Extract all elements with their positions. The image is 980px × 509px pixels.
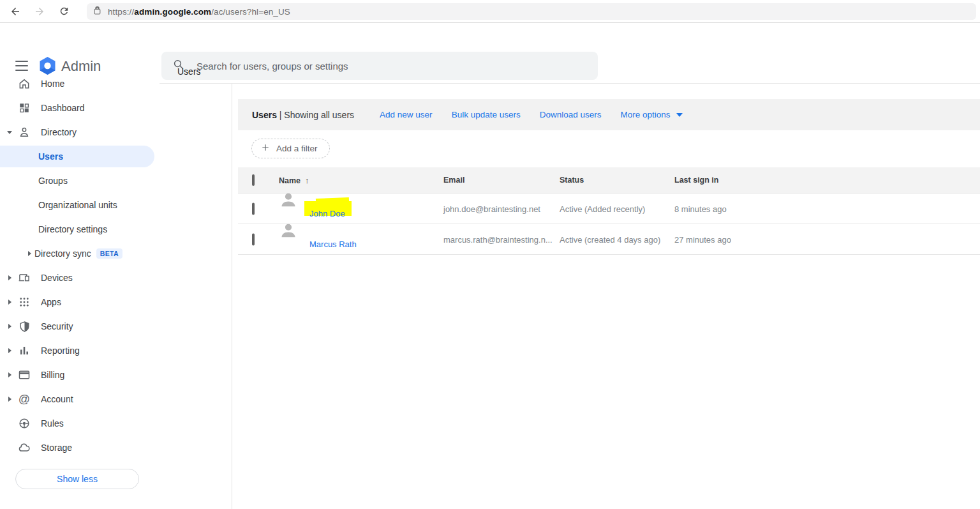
sidebar-item-storage[interactable]: Storage xyxy=(0,436,154,460)
search-bar[interactable]: Search for users, groups or settings xyxy=(161,52,598,80)
home-icon xyxy=(17,77,32,90)
user-name-link[interactable]: John Doe xyxy=(309,209,345,218)
browser-address-bar[interactable]: https://admin.google.com/ac/users?hl=en_… xyxy=(87,3,976,20)
user-name-link[interactable]: Marcus Rath xyxy=(309,239,357,249)
steering-wheel-icon xyxy=(17,417,32,430)
user-last-sign-in: 27 minutes ago xyxy=(674,234,731,244)
user-last-sign-in: 8 minutes ago xyxy=(674,204,727,213)
add-filter-button[interactable]: Add a filter xyxy=(251,139,330,158)
beta-badge: BETA xyxy=(96,248,122,259)
sidebar-item-label: Apps xyxy=(41,297,61,307)
sidebar-item-devices[interactable]: Devices xyxy=(0,266,154,290)
add-new-user-button[interactable]: Add new user xyxy=(380,110,433,119)
cloud-icon xyxy=(17,441,32,454)
sidebar-item-label: Account xyxy=(41,394,73,404)
sidebar-item-label: Dashboard xyxy=(41,103,85,113)
sidebar-item-users[interactable]: Users xyxy=(0,146,154,167)
sidebar-item-label: Storage xyxy=(41,443,72,453)
sidebar-item-groups[interactable]: Groups xyxy=(0,169,154,193)
sidebar-item-dashboard[interactable]: Dashboard xyxy=(0,96,154,120)
bulk-update-users-button[interactable]: Bulk update users xyxy=(452,110,521,119)
sidebar-item-label: Directory xyxy=(41,127,77,137)
chevron-right-icon xyxy=(8,300,11,305)
search-placeholder: Search for users, groups or settings xyxy=(197,61,348,72)
apps-grid-icon xyxy=(17,296,32,308)
plus-icon xyxy=(261,143,270,154)
browser-toolbar: https://admin.google.com/ac/users?hl=en_… xyxy=(0,0,980,23)
content-divider xyxy=(232,84,232,509)
select-all-checkbox[interactable] xyxy=(252,174,255,186)
table-row-john-doe[interactable]: John Doe john.doe@braintesting.net Activ… xyxy=(238,194,980,224)
more-options-label: More options xyxy=(621,110,671,119)
browser-refresh-button[interactable] xyxy=(55,3,73,20)
column-header-name[interactable]: Name ↑ xyxy=(279,176,309,185)
header-divider xyxy=(160,83,980,84)
add-filter-label: Add a filter xyxy=(276,144,318,153)
sidebar-item-label: Users xyxy=(38,151,63,162)
sidebar-nav: Home Dashboard Directory Users Groups Or… xyxy=(0,72,154,460)
browser-back-button[interactable] xyxy=(6,3,24,20)
user-email: john.doe@braintesting.net xyxy=(443,204,540,213)
users-toolbar: Users | Showing all users Add new user B… xyxy=(238,99,980,130)
chevron-right-icon xyxy=(8,348,11,353)
users-table-header: Name ↑ Email Status Last sign in xyxy=(238,167,980,194)
sidebar-item-label: Billing xyxy=(41,370,64,380)
user-status: Active (created 4 days ago) xyxy=(560,234,660,244)
sidebar-item-label: Organizational units xyxy=(38,200,117,210)
toolbar-title: Users | Showing all users xyxy=(252,110,354,120)
sidebar-item-label: Reporting xyxy=(41,346,80,356)
sidebar-item-organizational-units[interactable]: Organizational units xyxy=(0,193,154,217)
chevron-right-icon xyxy=(28,251,31,256)
main-menu-icon[interactable] xyxy=(15,61,28,71)
sidebar-item-label: Groups xyxy=(38,176,68,186)
more-options-button[interactable]: More options xyxy=(621,110,683,119)
show-less-button[interactable]: Show less xyxy=(15,469,139,489)
dropdown-caret-icon xyxy=(676,113,683,117)
browser-forward-button[interactable] xyxy=(31,3,48,20)
sidebar-item-label: Devices xyxy=(41,273,73,283)
row-checkbox[interactable] xyxy=(252,233,255,245)
chevron-right-icon xyxy=(8,275,11,280)
sidebar-item-account[interactable]: @ Account xyxy=(0,387,154,411)
credit-card-icon xyxy=(17,368,32,381)
dashboard-icon xyxy=(17,102,32,114)
bar-chart-icon xyxy=(17,345,32,356)
admin-console-page: https://admin.google.com/ac/users?hl=en_… xyxy=(0,0,980,509)
user-status: Active (Added recently) xyxy=(560,204,645,213)
chevron-down-icon xyxy=(7,131,12,134)
user-email: marcus.rath@braintesting.n... xyxy=(443,234,553,244)
chevron-right-icon xyxy=(8,372,11,377)
sidebar-item-label: Directory settings xyxy=(38,224,107,234)
url-text: https://admin.google.com/ac/users?hl=en_… xyxy=(108,7,290,17)
download-users-button[interactable]: Download users xyxy=(540,110,602,119)
sidebar-item-label: Security xyxy=(41,321,73,331)
sidebar-item-label: Directory sync xyxy=(34,248,91,259)
sidebar-item-label: Home xyxy=(41,79,64,89)
shield-icon xyxy=(17,321,32,333)
sidebar-item-directory-settings[interactable]: Directory settings xyxy=(0,217,154,241)
table-row-marcus-rath[interactable]: Marcus Rath marcus.rath@braintesting.n..… xyxy=(238,224,980,255)
lock-icon xyxy=(93,6,101,18)
at-sign-icon: @ xyxy=(17,393,32,405)
sidebar-item-billing[interactable]: Billing xyxy=(0,363,154,387)
sidebar-item-label: Rules xyxy=(41,418,64,429)
chevron-right-icon xyxy=(8,397,11,402)
sidebar-item-directory[interactable]: Directory xyxy=(0,120,154,144)
row-checkbox[interactable] xyxy=(252,202,255,215)
devices-icon xyxy=(17,271,32,284)
chevron-right-icon xyxy=(8,324,11,329)
column-header-email[interactable]: Email xyxy=(443,176,464,185)
sidebar-item-reporting[interactable]: Reporting xyxy=(0,338,154,363)
sidebar-item-apps[interactable]: Apps xyxy=(0,290,154,314)
breadcrumb: Users xyxy=(177,66,201,77)
sort-ascending-icon: ↑ xyxy=(305,176,309,185)
column-header-status[interactable]: Status xyxy=(560,176,584,185)
person-icon xyxy=(17,126,32,139)
sidebar-item-home[interactable]: Home xyxy=(0,72,154,96)
yellow-highlight xyxy=(316,197,349,205)
sidebar-item-security[interactable]: Security xyxy=(0,314,154,338)
column-header-last-sign-in[interactable]: Last sign in xyxy=(674,176,718,185)
sidebar-item-rules[interactable]: Rules xyxy=(0,411,154,436)
sidebar-item-directory-sync[interactable]: Directory sync BETA xyxy=(0,241,154,266)
